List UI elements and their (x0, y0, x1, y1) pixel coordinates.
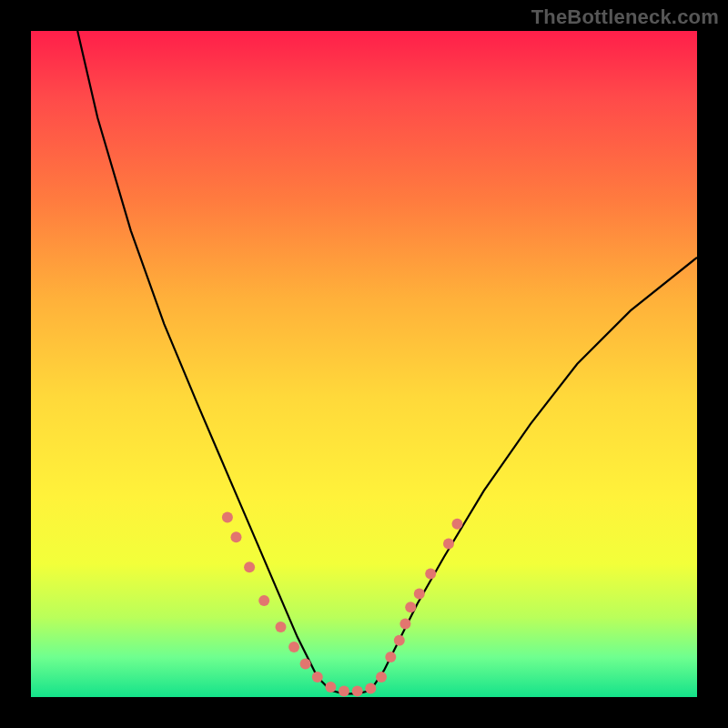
curve-marker (312, 672, 323, 682)
curve-marker (394, 635, 405, 646)
bottleneck-curve (31, 31, 697, 697)
curve-marker (276, 622, 287, 632)
curve-right (370, 258, 697, 691)
curve-marker (339, 685, 349, 696)
curve-marker (414, 589, 425, 600)
curve-marker (405, 602, 416, 612)
curve-marker (365, 683, 376, 694)
curve-marker (231, 531, 242, 542)
curve-marker (376, 672, 387, 682)
curve-marker (258, 595, 269, 606)
curve-marker (399, 619, 410, 630)
curve-marker (443, 539, 454, 550)
curve-marker (452, 519, 463, 530)
curve-marker (222, 511, 233, 522)
watermark-text: TheBottleneck.com (531, 5, 719, 29)
curve-marker (244, 561, 255, 572)
curve-markers (222, 511, 463, 696)
curve-marker (325, 682, 336, 693)
curve-bottom (330, 691, 370, 694)
curve-marker (352, 685, 363, 696)
chart-area (31, 31, 697, 697)
curve-marker (288, 642, 299, 652)
curve-left (77, 31, 330, 691)
curve-marker (425, 569, 436, 580)
curve-marker (385, 652, 396, 662)
curve-marker (300, 658, 311, 669)
